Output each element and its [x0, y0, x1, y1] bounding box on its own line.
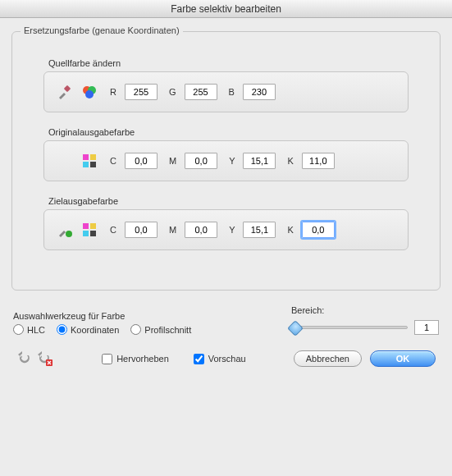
- cancel-button[interactable]: Abbrechen: [294, 350, 362, 367]
- radio-profil-label: Profilschnitt: [144, 325, 191, 335]
- label-b: B: [229, 87, 235, 97]
- range-value[interactable]: [414, 320, 439, 335]
- eyedropper-add-icon[interactable]: [56, 221, 74, 239]
- dialog-content: Ersetzungsfarbe (genaue Koordinaten) Que…: [0, 18, 452, 376]
- radio-hlc-input[interactable]: [13, 324, 24, 335]
- input-r[interactable]: [125, 84, 158, 100]
- ok-button[interactable]: OK: [370, 350, 436, 367]
- radio-koord-label: Koordinaten: [71, 325, 119, 335]
- range-label: Bereich:: [291, 305, 439, 315]
- svg-rect-0: [64, 85, 71, 92]
- replacement-color-group: Ersetzungsfarbe (genaue Koordinaten) Que…: [11, 31, 441, 291]
- hervorheben-input[interactable]: [102, 354, 112, 364]
- svg-rect-5: [90, 154, 96, 160]
- input-b[interactable]: [243, 84, 276, 100]
- radio-hlc[interactable]: HLC: [13, 324, 45, 335]
- eyedropper-icon[interactable]: [56, 83, 74, 101]
- label-k: K: [287, 225, 293, 235]
- svg-rect-4: [83, 154, 89, 160]
- original-output-section: Originalausgabefarbe C M Y K: [43, 127, 409, 181]
- bottom-row: Auswahlwerkzeug für Farbe HLC Koordinate…: [13, 305, 439, 335]
- radio-profilschnitt[interactable]: Profilschnitt: [130, 324, 191, 335]
- vorschau-label: Vorschau: [208, 354, 246, 364]
- orig-y[interactable]: [243, 153, 276, 169]
- label-m: M: [169, 156, 176, 166]
- cmyk-swatch-icon[interactable]: [80, 221, 98, 239]
- label-m: M: [169, 225, 176, 235]
- range-slider[interactable]: [291, 326, 408, 329]
- tool-radios: HLC Koordinaten Profilschnitt: [13, 324, 267, 335]
- label-c: C: [110, 156, 116, 166]
- source-panel: R G B: [43, 71, 409, 112]
- color-circles-icon[interactable]: [80, 83, 98, 101]
- vorschau-input[interactable]: [194, 354, 204, 364]
- label-y: Y: [229, 156, 235, 166]
- tool-label: Auswahlwerkzeug für Farbe: [13, 311, 267, 321]
- svg-rect-9: [83, 223, 89, 229]
- radio-hlc-label: HLC: [27, 325, 45, 335]
- reset-icon[interactable]: [36, 350, 54, 368]
- orig-k[interactable]: [302, 153, 335, 169]
- footer: Hervorheben Vorschau Abbrechen OK: [11, 350, 441, 368]
- vorschau-checkbox[interactable]: Vorschau: [194, 354, 246, 364]
- original-title: Originalausgabefarbe: [48, 127, 409, 137]
- orig-m[interactable]: [185, 153, 217, 169]
- radio-profil-input[interactable]: [130, 324, 141, 335]
- tgt-y[interactable]: [243, 222, 276, 238]
- tgt-c[interactable]: [125, 222, 158, 238]
- target-title: Zielausgabefarbe: [48, 196, 409, 206]
- range-group: Bereich:: [291, 305, 439, 335]
- tool-group: Auswahlwerkzeug für Farbe HLC Koordinate…: [13, 311, 267, 335]
- target-output-section: Zielausgabefarbe C M Y K: [43, 196, 409, 250]
- original-panel: C M Y K: [43, 140, 409, 181]
- source-color-section: Quellfarbe ändern R G B: [43, 58, 409, 112]
- label-r: R: [110, 87, 116, 97]
- svg-rect-7: [90, 162, 96, 167]
- source-title: Quellfarbe ändern: [48, 58, 409, 68]
- svg-rect-12: [90, 231, 96, 236]
- slider-thumb-icon[interactable]: [287, 320, 304, 336]
- svg-point-3: [85, 90, 94, 98]
- label-c: C: [110, 225, 116, 235]
- undo-icon[interactable]: [16, 350, 34, 368]
- input-g[interactable]: [185, 84, 217, 100]
- tgt-m[interactable]: [185, 222, 217, 238]
- svg-rect-6: [83, 162, 89, 167]
- radio-koordinaten[interactable]: Koordinaten: [57, 324, 119, 335]
- label-k: K: [287, 156, 293, 166]
- slider-row: [291, 320, 439, 335]
- cmyk-swatch-icon[interactable]: [80, 152, 98, 170]
- svg-rect-10: [90, 223, 96, 229]
- undo-icons: [16, 350, 54, 368]
- window-titlebar: Farbe selektiv bearbeiten: [0, 0, 452, 18]
- svg-point-8: [66, 231, 72, 237]
- hervorheben-checkbox[interactable]: Hervorheben: [102, 354, 169, 364]
- radio-koord-input[interactable]: [57, 324, 67, 335]
- tgt-k[interactable]: [302, 222, 335, 238]
- window-title: Farbe selektiv bearbeiten: [171, 3, 281, 15]
- svg-rect-11: [83, 231, 89, 236]
- orig-c[interactable]: [125, 153, 158, 169]
- group-label: Ersetzungsfarbe (genaue Koordinaten): [21, 25, 183, 35]
- label-y: Y: [229, 225, 235, 235]
- hervorheben-label: Hervorheben: [116, 354, 169, 364]
- target-panel: C M Y K: [43, 209, 409, 250]
- label-g: G: [169, 87, 176, 97]
